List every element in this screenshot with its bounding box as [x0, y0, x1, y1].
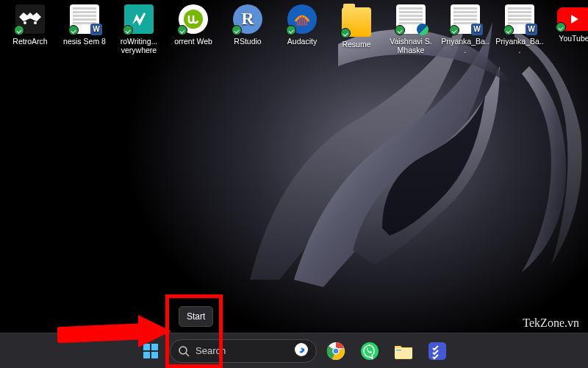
desktop-icon-retroarch[interactable]: RetroArch	[4, 4, 56, 68]
svg-rect-15	[396, 350, 401, 351]
icon-label: Audacity	[287, 37, 317, 46]
sync-badge-icon	[232, 25, 242, 35]
sync-badge-icon	[123, 25, 133, 35]
watermark-text: TekZone.vn	[523, 316, 579, 330]
icon-label: YouTube	[559, 34, 588, 43]
desktop-icon-resume[interactable]: Resume	[331, 4, 382, 68]
search-icon	[178, 345, 190, 357]
taskbar-app-whatsapp[interactable]	[355, 336, 384, 366]
icon-label: Priyanka_Ba...	[495, 37, 545, 54]
start-button[interactable]	[136, 336, 165, 366]
sync-badge-icon	[395, 25, 405, 35]
sync-badge-icon	[68, 25, 79, 35]
sync-badge-icon	[177, 25, 187, 35]
icon-label: RStudio	[234, 37, 261, 46]
icon-label: orrent Web	[174, 37, 212, 46]
icon-label: Priyanka_Ba...	[440, 37, 490, 54]
windows-logo-icon	[142, 342, 159, 360]
sync-badge-icon	[556, 22, 566, 32]
search-placeholder: Search	[196, 345, 226, 356]
word-overlay-icon: W	[471, 24, 483, 35]
desktop-icon-youtube[interactable]: YouTube	[548, 4, 588, 68]
icon-label: nesis Sem 8	[63, 37, 106, 46]
desktop-icon-audacity[interactable]: Audacity	[276, 4, 328, 68]
desktop-icon-vaishnavi[interactable]: Vaishnavi S. Mhaske	[385, 4, 437, 68]
icon-label: Resume	[342, 40, 370, 49]
taskbar: Search	[0, 333, 588, 368]
icon-label: roWriting... verywhere	[121, 37, 158, 54]
desktop-icon-torrent[interactable]: orrent Web	[168, 4, 219, 68]
word-overlay-icon: W	[526, 24, 537, 35]
svg-point-1	[34, 21, 37, 24]
desktop-icon-prowriting[interactable]: roWriting... verywhere	[113, 4, 165, 68]
desktop-icon-thesis[interactable]: W nesis Sem 8	[59, 4, 110, 68]
desktop-icon-priyanka-1[interactable]: W Priyanka_Ba...	[440, 4, 491, 68]
icon-label: RetroArch	[12, 37, 47, 46]
desktop-grid[interactable]: RetroArch W nesis Sem 8 roWriting... ver…	[0, 0, 588, 68]
word-overlay-icon: W	[90, 24, 102, 35]
desktop-icon-priyanka-2[interactable]: W Priyanka_Ba...	[494, 4, 545, 68]
icon-label: Vaishnavi S. Mhaske	[390, 37, 432, 54]
svg-rect-4	[151, 344, 158, 350]
folder-icon	[342, 7, 371, 37]
taskbar-app-todoist[interactable]	[423, 336, 452, 366]
svg-point-0	[24, 21, 26, 24]
svg-point-7	[179, 347, 187, 354]
edge-overlay-icon	[417, 24, 429, 35]
start-tooltip: Start	[179, 306, 213, 327]
svg-rect-6	[151, 352, 158, 358]
sync-badge-icon	[503, 25, 514, 35]
bing-icon[interactable]	[294, 342, 309, 359]
svg-line-8	[186, 353, 189, 356]
taskbar-search[interactable]: Search	[170, 339, 317, 363]
taskbar-app-explorer[interactable]	[389, 336, 418, 366]
sync-badge-icon	[14, 25, 24, 35]
svg-rect-3	[143, 344, 150, 350]
sync-badge-icon	[340, 28, 351, 38]
svg-point-9	[295, 343, 308, 356]
sync-badge-icon	[449, 25, 459, 35]
taskbar-app-chrome[interactable]	[321, 336, 351, 366]
sync-badge-icon	[286, 25, 296, 35]
svg-rect-5	[143, 352, 150, 358]
desktop-icon-rstudio[interactable]: R RStudio	[222, 4, 273, 68]
svg-point-12	[333, 348, 339, 354]
